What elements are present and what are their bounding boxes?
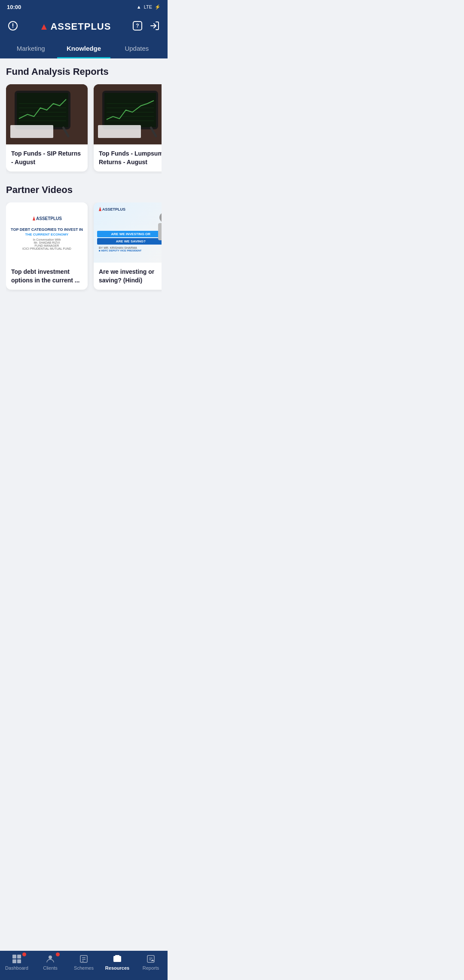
- lumpsum-card-body: Top Funds - Lumpsum Returns - August: [94, 144, 162, 172]
- tab-knowledge[interactable]: Knowledge: [57, 40, 110, 58]
- debt-video-meta: In Conversation WithMr. SHADAB RIZVIFUND…: [22, 238, 71, 250]
- svg-rect-26: [98, 125, 141, 138]
- status-time: 10:00: [7, 4, 21, 10]
- saving-video-card[interactable]: ASSETPLUS ARE WE INVESTING OR ARE WE SAV…: [94, 202, 162, 290]
- svg-marker-27: [33, 216, 35, 220]
- saving-video-byline: BY MR. KRISHAN SHARMA: [97, 246, 162, 249]
- wifi-icon: ▲: [137, 4, 141, 9]
- svg-text:ASSETPLUS: ASSETPLUS: [36, 216, 62, 221]
- saving-video-description: Are we investing or saving? (Hindi): [99, 268, 162, 285]
- debt-video-bg: ASSETPLUS TOP DEBT CATEGORIES TO INVEST …: [6, 202, 88, 263]
- lumpsum-card-image: [94, 84, 162, 144]
- svg-rect-8: [17, 93, 68, 127]
- nav-spacer: [0, 310, 168, 348]
- fund-analysis-title: Fund Analysis Reports: [6, 66, 162, 77]
- saving-video-thumbnail: ASSETPLUS ARE WE INVESTING OR ARE WE SAV…: [94, 202, 162, 263]
- sip-card-image: [6, 84, 88, 144]
- sip-card-body: Top Funds - SIP Returns - August: [6, 144, 88, 172]
- fund-cards-row: Top Funds - SIP Returns - August: [6, 84, 162, 174]
- partner-videos-title: Partner Videos: [6, 184, 162, 196]
- lumpsum-returns-card[interactable]: Top Funds - Lumpsum Returns - August: [94, 84, 162, 172]
- debt-video-body: Top debt investment options in the curre…: [6, 263, 88, 290]
- status-icons: ▲ LTE ⚡: [137, 4, 161, 10]
- svg-rect-15: [10, 125, 53, 138]
- svg-rect-19: [104, 93, 156, 127]
- svg-text:ASSETPLUS: ASSETPLUS: [102, 207, 125, 211]
- help-icon[interactable]: ?: [132, 21, 143, 33]
- svg-rect-32: [158, 223, 162, 240]
- battery-icon: ⚡: [155, 4, 161, 10]
- app-logo: ▲ ASSETPLUS: [40, 21, 111, 32]
- debt-video-subtitle: THE CURRENT ECONOMY: [11, 233, 83, 236]
- svg-point-2: [12, 27, 13, 28]
- debt-video-title: TOP DEBT CATEGORIES TO INVEST IN: [11, 227, 83, 233]
- sip-returns-card[interactable]: Top Funds - SIP Returns - August: [6, 84, 88, 172]
- lumpsum-card-title: Top Funds - Lumpsum Returns - August: [99, 150, 162, 166]
- saving-video-body: Are we investing or saving? (Hindi): [94, 263, 162, 290]
- svg-point-31: [159, 212, 162, 223]
- logo-arrow: ▲: [40, 21, 49, 32]
- saving-video-bg: ASSETPLUS ARE WE INVESTING OR ARE WE SAV…: [94, 202, 162, 263]
- lte-icon: LTE: [144, 4, 152, 9]
- svg-text:?: ?: [136, 23, 139, 29]
- main-content: Fund Analysis Reports: [0, 58, 168, 310]
- logo-text: ASSETPLUS: [50, 21, 111, 32]
- nav-tabs: Marketing Knowledge Updates: [0, 40, 168, 58]
- tab-marketing[interactable]: Marketing: [4, 40, 57, 58]
- tab-updates[interactable]: Updates: [110, 40, 163, 58]
- saving-video-brand: ASSETPLUS: [98, 206, 128, 212]
- debt-video-card[interactable]: ASSETPLUS TOP DEBT CATEGORIES TO INVEST …: [6, 202, 88, 290]
- sip-card-title: Top Funds - SIP Returns - August: [11, 150, 82, 166]
- svg-marker-29: [99, 207, 101, 211]
- saving-video-role: ■ HDFC DEPUTY VICE PRESIDENT: [97, 249, 162, 252]
- header: ▲ ASSETPLUS ?: [0, 14, 168, 40]
- debt-video-description: Top debt investment options in the curre…: [11, 268, 82, 285]
- status-bar: 10:00 ▲ LTE ⚡: [0, 0, 168, 14]
- login-icon[interactable]: [150, 21, 160, 33]
- debt-video-thumbnail: ASSETPLUS TOP DEBT CATEGORIES TO INVEST …: [6, 202, 88, 263]
- videos-row: ASSETPLUS TOP DEBT CATEGORIES TO INVEST …: [6, 202, 162, 292]
- notification-icon[interactable]: [8, 21, 18, 33]
- debt-video-brand: ASSETPLUS: [32, 215, 62, 222]
